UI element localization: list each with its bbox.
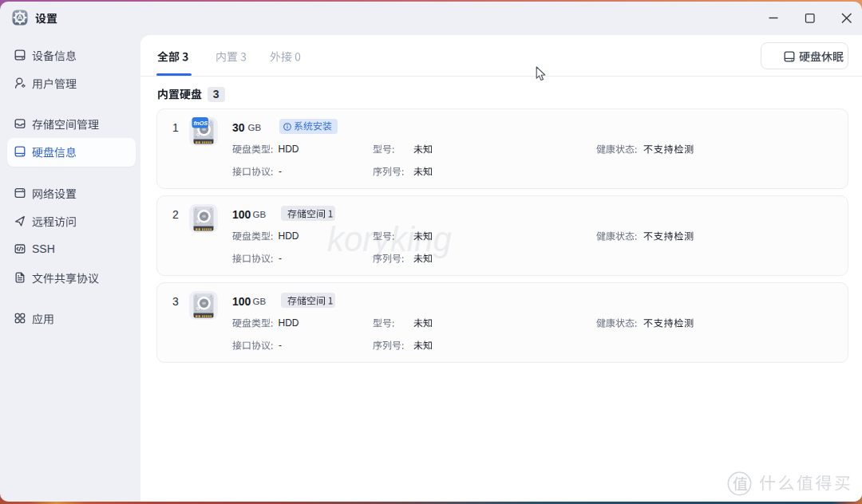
svg-text:fnOS: fnOS: [193, 120, 208, 127]
